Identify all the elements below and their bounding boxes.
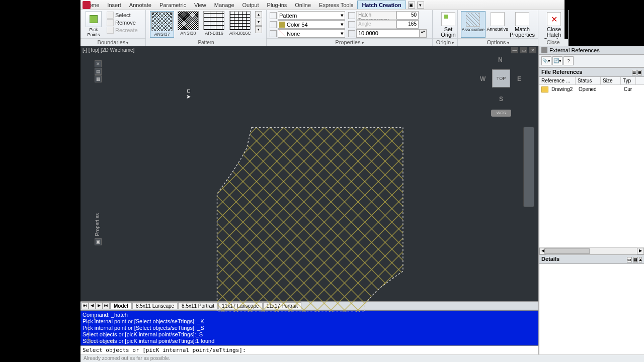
tab-manage[interactable]: Manage xyxy=(210,1,238,9)
hatch-color-select[interactable]: Color 54▾ xyxy=(278,20,345,29)
xref-panel-icon xyxy=(541,47,547,53)
details-label: Details xyxy=(541,256,559,262)
menu-bar: Home Insert Annotate Parametric View Man… xyxy=(0,0,644,10)
viewport-maximize-icon[interactable]: ▭ xyxy=(520,47,527,53)
details-toggle1-icon[interactable]: ▭ xyxy=(627,257,632,262)
app-icon xyxy=(83,1,91,9)
remove-button[interactable]: Remove xyxy=(107,19,138,26)
transparency-value[interactable]: 50 xyxy=(396,11,419,20)
view-cube[interactable]: N S W E TOP WCS xyxy=(478,56,523,122)
properties-panel-title[interactable]: Properties xyxy=(335,39,363,45)
palette-btn3-icon[interactable]: ▦ xyxy=(95,75,102,82)
xref-panel-title: External References xyxy=(549,47,600,53)
pattern-expand-icon[interactable]: ▾ xyxy=(255,26,262,33)
tab-insert[interactable]: Insert xyxy=(103,1,125,9)
drawing-canvas[interactable] xyxy=(80,46,538,360)
transparency-icon xyxy=(348,12,355,19)
boundaries-panel-title[interactable]: Boundaries xyxy=(98,39,129,45)
xref-refresh-button[interactable]: 🔄▾ xyxy=(552,56,562,65)
recreate-button: Recreate xyxy=(107,27,138,34)
tab-extras-icon[interactable]: ▣ xyxy=(408,2,415,9)
scroll-right-icon[interactable]: ▶ xyxy=(637,248,644,254)
xref-details-pane xyxy=(539,264,644,354)
details-toggle2-icon[interactable]: ▤ xyxy=(633,257,638,262)
match-properties-button[interactable]: MatchProperties xyxy=(510,11,535,38)
external-references-panel: External References 📎▾ 🔄▾ ? File Referen… xyxy=(538,46,644,354)
viewport-close-icon[interactable]: ✕ xyxy=(529,47,536,53)
origin-panel-title[interactable]: Origin xyxy=(436,39,454,45)
select-button[interactable]: Select xyxy=(107,12,138,19)
pattern-ansi38[interactable]: ANSI38 xyxy=(176,11,200,36)
angle-slider[interactable]: Angle xyxy=(356,20,396,29)
xref-row[interactable]: Drawing2 Opened Cur xyxy=(539,85,644,94)
hatch-type-icon xyxy=(270,12,277,19)
tab-online[interactable]: Online xyxy=(291,1,315,9)
pick-points-button[interactable] xyxy=(86,11,102,27)
pattern-scroll-up-icon[interactable]: ▲ xyxy=(255,11,262,18)
ribbon: Pick Points Select Remove Recreate Bound… xyxy=(0,10,644,46)
wcs-button[interactable]: WCS xyxy=(491,110,511,117)
scale-value[interactable]: 10.0000▴▾ xyxy=(356,29,427,38)
pattern-ansi37[interactable]: ANSI37 xyxy=(150,11,174,38)
viewcube-east[interactable]: E xyxy=(517,75,521,82)
tab-express[interactable]: Express Tools xyxy=(315,1,357,9)
xref-tree-view-icon[interactable]: ⊞ xyxy=(637,70,642,75)
file-references-label: File References xyxy=(541,69,582,75)
scale-spinner-icon[interactable]: ▴▾ xyxy=(419,30,426,37)
angle-icon xyxy=(348,21,355,28)
tab-view[interactable]: View xyxy=(190,1,210,9)
tab-plugins[interactable]: Plug-ins xyxy=(263,1,291,9)
details-collapse-icon[interactable]: ▴ xyxy=(639,257,642,262)
angle-value[interactable]: 165 xyxy=(396,20,419,29)
scale-icon xyxy=(348,30,355,37)
tab-hatch-creation[interactable]: Hatch Creation xyxy=(357,1,406,9)
xref-help-button[interactable]: ? xyxy=(564,56,574,65)
tab-output[interactable]: Output xyxy=(238,1,263,9)
options-panel-title[interactable]: Options xyxy=(487,39,509,45)
close-panel-title: Close xyxy=(538,39,568,46)
pattern-arb816c[interactable]: AR-B816C xyxy=(228,11,252,36)
xref-attach-button[interactable]: 📎▾ xyxy=(541,56,551,65)
pattern-panel-title: Pattern xyxy=(146,39,266,46)
associative-button[interactable]: Associative xyxy=(461,11,486,38)
status-bar: Already zoomed out as far as possible. xyxy=(80,354,644,362)
scroll-thumb[interactable] xyxy=(544,248,590,254)
set-origin-button[interactable]: SetOrigin xyxy=(436,11,461,38)
dwg-file-icon xyxy=(541,86,548,93)
drawing-viewport[interactable]: [-] [Top] [2D Wireframe] — ▭ ✕ ✕ ▤ ▦ Pro… xyxy=(80,46,538,354)
hatch-type-select[interactable]: Pattern▾ xyxy=(278,11,345,20)
xref-list-view-icon[interactable]: ☰ xyxy=(632,70,636,75)
properties-palette-label[interactable]: Properties xyxy=(95,213,100,236)
viewcube-north[interactable]: N xyxy=(498,56,503,63)
viewcube-face[interactable]: TOP xyxy=(492,69,510,87)
hatch-bg-select[interactable]: None▾ xyxy=(278,29,345,38)
palette-close-icon[interactable]: ✕ xyxy=(95,60,102,67)
cursor: ➤ xyxy=(186,93,191,98)
viewcube-south[interactable]: S xyxy=(499,96,503,103)
tab-parametric[interactable]: Parametric xyxy=(155,1,190,9)
annotative-button[interactable]: Annotative xyxy=(486,11,510,38)
viewport-minimize-icon[interactable]: — xyxy=(511,47,518,53)
pattern-arb816[interactable]: AR-B816 xyxy=(202,11,226,36)
pattern-scroll-down-icon[interactable]: ▼ xyxy=(255,19,262,26)
xref-horizontal-scrollbar[interactable]: ◀ ▶ xyxy=(539,247,644,254)
tab-annotate[interactable]: Annotate xyxy=(125,1,155,9)
tab-dropdown-icon[interactable]: ▾ xyxy=(417,2,424,9)
viewcube-west[interactable]: W xyxy=(480,75,486,82)
palette-options-icon[interactable]: ▣ xyxy=(95,238,102,245)
hatch-color-icon xyxy=(270,21,277,28)
viewport-label[interactable]: [-] [Top] [2D Wireframe] xyxy=(83,47,134,53)
pick-points-label: Pick Points xyxy=(84,27,104,37)
palette-btn2-icon[interactable]: ▤ xyxy=(95,68,102,75)
ucs-icon: YX xyxy=(87,318,112,343)
xref-table-header[interactable]: Reference ... Status Size Typ xyxy=(539,77,644,85)
transparency-slider[interactable]: Hatch Transparency xyxy=(356,11,396,20)
hatch-bg-icon xyxy=(270,30,277,37)
navigation-bar[interactable] xyxy=(523,127,534,207)
